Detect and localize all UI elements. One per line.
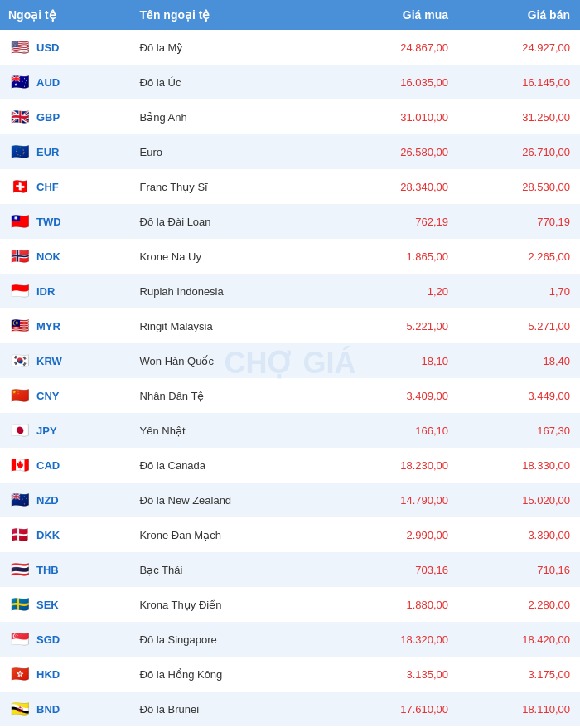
table-row: 🇧🇳 BND Đô la Brunei17.610,0018.110,00 [0, 692, 580, 726]
currency-name: Đô la Mỹ [133, 30, 336, 65]
header-currency: Ngoại tệ [0, 0, 133, 30]
currency-name: Ringit Malaysia [133, 308, 336, 343]
currency-cell: 🇩🇰 DKK [0, 517, 133, 552]
sell-price: 18,40 [455, 343, 580, 378]
currency-name: Đô la Hồng Kông [133, 657, 336, 692]
currency-name: Đô la Brunei [133, 692, 336, 726]
table-row: 🇳🇿 NZD Đô la New Zealand14.790,0015.020,… [0, 483, 580, 517]
currency-cell: 🇨🇳 CNY [0, 378, 133, 413]
currency-cell: 🇳🇴 NOK [0, 239, 133, 274]
buy-price: 1.880,00 [336, 587, 455, 622]
flag-icon: 🇸🇪 [8, 593, 31, 616]
buy-price: 1.865,00 [336, 239, 455, 274]
flag-icon: 🇨🇦 [8, 454, 31, 477]
sell-price: 31.250,00 [455, 99, 580, 134]
currency-name: Franc Thụy Sĩ [133, 169, 336, 204]
table-row: 🇬🇧 GBP Bảng Anh31.010,0031.250,00 [0, 99, 580, 134]
sell-price: 770,19 [455, 204, 580, 239]
currency-name: Yên Nhật [133, 413, 336, 448]
header-sell: Giá bán [455, 0, 580, 30]
sell-price: 18.110,00 [455, 692, 580, 726]
buy-price: 24.867,00 [336, 30, 455, 65]
table-row: 🇳🇴 NOK Krone Na Uy1.865,002.265,00 [0, 239, 580, 274]
sell-price: 26.710,00 [455, 134, 580, 169]
currency-cell: 🇯🇵 JPY [0, 413, 133, 448]
currency-name: Rupiah Indonesia [133, 274, 336, 308]
table-row: 🇹🇭 THB Bạc Thái703,16710,16 [0, 552, 580, 587]
currency-code: EUR [36, 146, 59, 158]
buy-price: 28.340,00 [336, 169, 455, 204]
header-buy: Giá mua [336, 0, 455, 30]
buy-price: 18.320,00 [336, 622, 455, 657]
table-row: 🇲🇾 MYR Ringit Malaysia5.221,005.271,00 [0, 308, 580, 343]
currency-cell: 🇹🇼 TWD [0, 204, 133, 239]
currency-name: Nhân Dân Tệ [133, 378, 336, 413]
flag-icon: 🇮🇩 [8, 279, 31, 303]
table-row: 🇩🇰 DKK Krone Đan Mạch2.990,003.390,00 [0, 517, 580, 552]
currency-code: CNY [36, 390, 59, 402]
flag-icon: 🇲🇾 [8, 314, 31, 337]
currency-cell: 🇬🇧 GBP [0, 99, 133, 134]
currency-name: Đô la Canada [133, 448, 336, 483]
flag-icon: 🇦🇺 [8, 70, 31, 94]
currency-cell: 🇲🇾 MYR [0, 308, 133, 343]
flag-icon: 🇪🇺 [8, 140, 31, 163]
sell-price: 1,70 [455, 274, 580, 308]
currency-name: Euro [133, 134, 336, 169]
currency-cell: 🇰🇷 KRW [0, 343, 133, 378]
sell-price: 16.145,00 [455, 65, 580, 99]
currency-cell: 🇨🇭 CHF [0, 169, 133, 204]
flag-icon: 🇨🇭 [8, 175, 31, 198]
currency-cell: 🇳🇿 NZD [0, 483, 133, 517]
table-row: 🇸🇪 SEK Krona Thụy Điển1.880,002.280,00 [0, 587, 580, 622]
currency-code: KRW [36, 355, 62, 367]
sell-price: 3.390,00 [455, 517, 580, 552]
currency-code: SGD [36, 633, 60, 646]
sell-price: 2.265,00 [455, 239, 580, 274]
currency-code: THB [36, 564, 59, 576]
currency-code: HKD [36, 668, 60, 681]
buy-price: 3.409,00 [336, 378, 455, 413]
flag-icon: 🇯🇵 [8, 419, 31, 442]
buy-price: 166,10 [336, 413, 455, 448]
flag-icon: 🇹🇭 [8, 558, 31, 581]
buy-price: 18.230,00 [336, 448, 455, 483]
flag-icon: 🇺🇸 [8, 36, 31, 59]
currency-code: JPY [36, 425, 57, 437]
buy-price: 26.580,00 [336, 134, 455, 169]
buy-price: 762,19 [336, 204, 455, 239]
flag-icon: 🇭🇰 [8, 662, 31, 686]
currency-name: Bạc Thái [133, 552, 336, 587]
currency-cell: 🇧🇳 BND [0, 692, 133, 726]
currency-code: TWD [36, 216, 61, 228]
table-row: 🇨🇭 CHF Franc Thụy Sĩ28.340,0028.530,00 [0, 169, 580, 204]
table-header-row: Ngoại tệ Tên ngoại tệ Giá mua Giá bán [0, 0, 580, 30]
sell-price: 18.330,00 [455, 448, 580, 483]
flag-icon: 🇩🇰 [8, 523, 31, 546]
currency-code: CHF [36, 181, 59, 193]
currency-code: MYR [36, 320, 60, 332]
header-name: Tên ngoại tệ [133, 0, 336, 30]
currency-name: Krona Thụy Điển [133, 587, 336, 622]
table-row: 🇯🇵 JPY Yên Nhật166,10167,30 [0, 413, 580, 448]
currency-code: CAD [36, 459, 60, 472]
buy-price: 14.790,00 [336, 483, 455, 517]
currency-cell: 🇸🇬 SGD [0, 622, 133, 657]
currency-name: Krone Na Uy [133, 239, 336, 274]
flag-icon: 🇨🇳 [8, 384, 31, 407]
buy-price: 703,16 [336, 552, 455, 587]
currency-name: Đô la Đài Loan [133, 204, 336, 239]
currency-code: NOK [36, 250, 60, 263]
flag-icon: 🇳🇿 [8, 488, 31, 512]
currency-name: Đô la Úc [133, 65, 336, 99]
table-row: 🇪🇺 EUR Euro26.580,0026.710,00 [0, 134, 580, 169]
currency-code: SEK [36, 599, 59, 611]
currency-cell: 🇭🇰 HKD [0, 657, 133, 692]
currency-name: Krone Đan Mạch [133, 517, 336, 552]
currency-code: GBP [36, 111, 60, 124]
currency-name: Won Hàn Quốc [133, 343, 336, 378]
currency-cell: 🇸🇪 SEK [0, 587, 133, 622]
currency-cell: 🇪🇺 EUR [0, 134, 133, 169]
currency-name: Bảng Anh [133, 99, 336, 134]
table-row: 🇦🇺 AUD Đô la Úc16.035,0016.145,00 [0, 65, 580, 99]
